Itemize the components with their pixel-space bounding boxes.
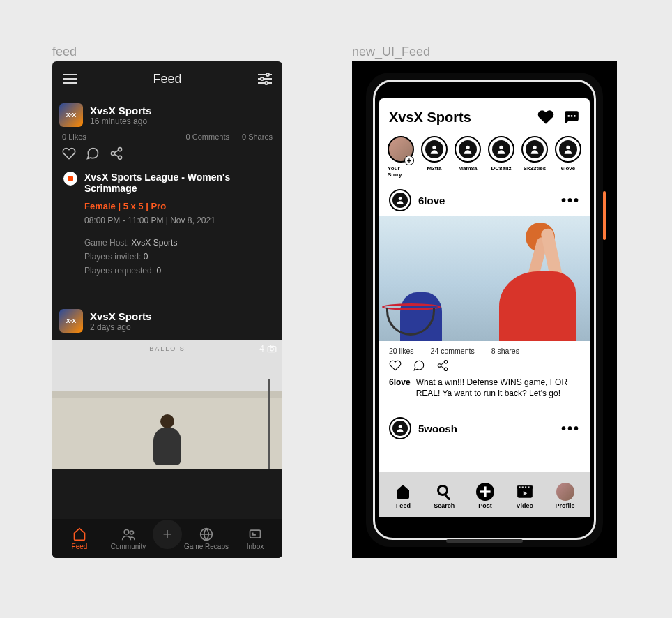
tab-search[interactable]: Search <box>434 483 455 509</box>
basketball-icon <box>199 527 213 541</box>
person-icon <box>492 140 510 158</box>
avatar[interactable]: X·X <box>59 103 83 127</box>
feed-screen-dark: Feed X·X XvsX Sports 16 minutes ago 0 Li… <box>52 61 282 558</box>
story-label: Sk33tles <box>524 165 546 172</box>
svg-point-20 <box>567 115 570 117</box>
post-username[interactable]: 6love <box>418 195 445 206</box>
home-icon <box>72 527 86 541</box>
svg-point-29 <box>444 361 448 364</box>
svg-point-17 <box>130 531 134 534</box>
post-actions <box>59 144 275 166</box>
device-home-bar <box>446 539 523 543</box>
story-item[interactable]: 6love <box>555 136 581 172</box>
svg-point-10 <box>112 152 115 156</box>
svg-point-7 <box>261 77 264 80</box>
header-bar: Feed <box>52 61 282 96</box>
event-tags: Female | 5 x 5 | Pro <box>84 201 271 211</box>
tab-game-recaps[interactable]: Game Recaps <box>182 527 231 550</box>
post-photo[interactable]: BALLO S 4 <box>52 340 282 469</box>
tab-feed[interactable]: Feed <box>55 527 104 550</box>
comments-count[interactable]: 24 comments <box>431 347 475 355</box>
avatar[interactable]: X·X <box>59 309 83 333</box>
comment-icon[interactable] <box>86 146 100 160</box>
person-icon <box>459 140 477 158</box>
camera-icon <box>267 345 277 353</box>
author-name[interactable]: XvsX Sports <box>90 310 151 322</box>
tab-feed[interactable]: Feed <box>394 483 412 509</box>
event-block[interactable]: XvsX Sports League - Women's Scrimmage F… <box>59 166 275 281</box>
svg-point-11 <box>119 156 122 159</box>
post-header: 5woosh ••• <box>379 407 590 444</box>
svg-point-9 <box>119 148 122 151</box>
svg-point-6 <box>266 73 269 76</box>
avatar[interactable] <box>389 189 411 211</box>
story-item[interactable]: M3tta <box>421 136 448 172</box>
author-name[interactable]: XvsX Sports <box>90 105 151 116</box>
tab-post[interactable]: Post <box>476 483 494 509</box>
hamburger-menu-icon[interactable] <box>62 71 77 86</box>
chat-icon[interactable] <box>562 108 580 126</box>
your-story[interactable]: + Your Story <box>388 136 414 178</box>
filter-sliders-icon[interactable] <box>257 71 273 86</box>
caption-username[interactable]: 6love <box>389 377 411 399</box>
story-item[interactable]: Mam8a <box>455 136 481 172</box>
svg-point-16 <box>124 529 129 534</box>
story-item[interactable]: Sk33tles <box>521 136 548 172</box>
svg-point-28 <box>399 197 402 200</box>
svg-point-34 <box>399 425 402 429</box>
tab-inbox[interactable]: Inbox <box>231 527 280 550</box>
tab-community[interactable]: Community <box>104 527 153 550</box>
share-icon[interactable] <box>436 359 449 372</box>
person-icon <box>425 140 443 158</box>
search-icon <box>435 483 453 501</box>
post-header[interactable]: X·X XvsX Sports 2 days ago <box>59 309 275 333</box>
svg-point-23 <box>432 146 436 149</box>
post-header[interactable]: X·X XvsX Sports 16 minutes ago <box>59 103 275 127</box>
bottom-nav: Feed Community + Game Recaps Inbox <box>52 519 282 558</box>
likes-count[interactable]: 20 likes <box>389 347 414 355</box>
event-title: XvsX Sports League - Women's Scrimmage <box>84 172 271 194</box>
svg-point-8 <box>265 82 268 84</box>
story-item[interactable]: DC8allz <box>488 136 514 172</box>
heart-outline-icon[interactable] <box>389 359 402 372</box>
stories-row[interactable]: + Your Story M3tta Mam8a <box>379 130 590 185</box>
app-title: XvsX Sports <box>389 110 471 126</box>
share-icon[interactable] <box>109 146 123 160</box>
bottom-nav: Feed Search Post Video <box>379 472 590 517</box>
svg-rect-45 <box>525 486 526 488</box>
event-time: 08:00 PM - 11:00 PM | Nov 8, 2021 <box>84 216 271 225</box>
add-post-button[interactable]: + <box>153 520 182 549</box>
post-card: X·X XvsX Sports 16 minutes ago 0 Likes 0… <box>52 96 282 281</box>
tab-profile[interactable]: Profile <box>556 483 575 509</box>
svg-line-33 <box>441 363 444 365</box>
post-header: 6love ••• <box>379 185 590 216</box>
svg-rect-43 <box>519 486 520 488</box>
svg-line-32 <box>441 366 444 368</box>
tab-video[interactable]: Video <box>516 483 534 509</box>
svg-point-27 <box>566 146 570 149</box>
story-label: Mam8a <box>458 165 477 172</box>
avatar[interactable] <box>389 417 411 439</box>
frame-label-left: feed <box>52 45 77 59</box>
person-icon <box>559 140 577 158</box>
shares-count[interactable]: 8 shares <box>491 347 519 355</box>
svg-rect-46 <box>528 486 529 488</box>
svg-line-13 <box>114 150 119 152</box>
post-actions <box>379 356 590 376</box>
more-options-icon[interactable]: ••• <box>561 421 580 437</box>
message-icon <box>248 527 262 541</box>
svg-point-25 <box>499 146 503 149</box>
story-label: M3tta <box>427 165 442 172</box>
more-options-icon[interactable]: ••• <box>561 193 580 209</box>
story-label: Your Story <box>388 165 414 178</box>
heart-icon[interactable] <box>537 108 555 126</box>
post-stats: 0 Likes 0 Comments 0 Shares <box>59 127 275 144</box>
post-photo[interactable] <box>379 216 590 341</box>
comment-icon[interactable] <box>413 359 425 372</box>
svg-point-31 <box>444 368 448 371</box>
post-username[interactable]: 5woosh <box>418 423 457 435</box>
svg-point-26 <box>533 146 536 149</box>
story-label: 6love <box>561 165 575 172</box>
post-age: 2 days ago <box>90 322 151 332</box>
heart-icon[interactable] <box>62 146 76 160</box>
